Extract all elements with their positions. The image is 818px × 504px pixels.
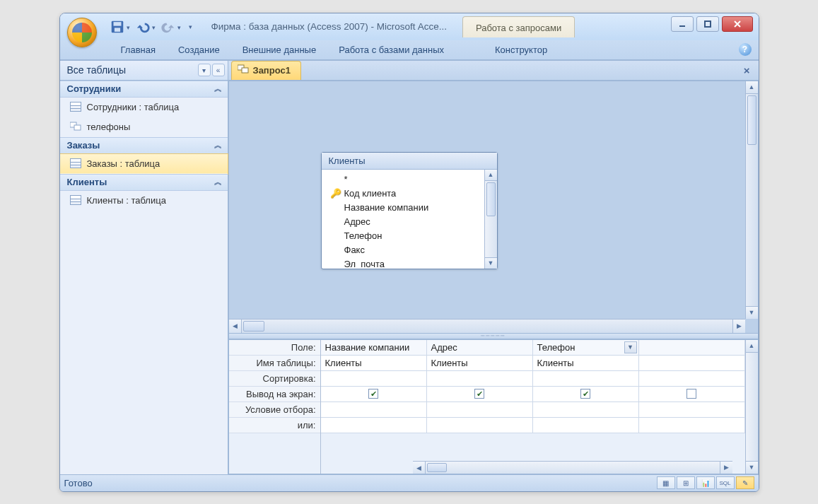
field-item[interactable]: 🔑Код клиента: [332, 187, 484, 201]
nav-item[interactable]: Сотрудники : таблица: [60, 98, 228, 117]
nav-item[interactable]: Заказы : таблица: [60, 154, 228, 174]
nav-group-header[interactable]: Клиенты ︽: [60, 174, 228, 191]
ribbon-tab-external[interactable]: Внешние данные: [233, 41, 327, 59]
help-button[interactable]: ?: [739, 43, 752, 56]
qbe-cell-or[interactable]: [321, 418, 427, 433]
dropdown-button[interactable]: ▼: [624, 341, 637, 353]
scrollbar-horizontal[interactable]: ◀ ▶: [413, 461, 732, 474]
document-tab[interactable]: Запрос1: [231, 61, 301, 80]
view-design-button[interactable]: ✎: [736, 476, 754, 489]
chevron-down-icon[interactable]: ▾: [127, 23, 134, 31]
qbe-cell-criteria[interactable]: [427, 402, 533, 418]
qat-undo-button[interactable]: [135, 19, 151, 35]
nav-item[interactable]: телефоны: [60, 117, 228, 137]
view-sql-button[interactable]: SQL: [716, 476, 735, 489]
scroll-thumb[interactable]: [243, 321, 264, 332]
nav-group-header[interactable]: Заказы ︽: [60, 137, 228, 154]
qat-save-button[interactable]: [110, 19, 125, 35]
qbe-cell-table[interactable]: Клиенты: [533, 356, 639, 371]
chevron-down-icon[interactable]: ▾: [177, 23, 185, 31]
field-item[interactable]: Эл_почта: [332, 257, 484, 269]
scrollbar-vertical[interactable]: ▲ ▼: [745, 81, 758, 319]
minimize-icon: [678, 20, 686, 28]
qbe-cell-field[interactable]: Адрес: [427, 340, 533, 356]
qbe-cell-sort[interactable]: [427, 371, 533, 387]
scrollbar-horizontal[interactable]: ◀ ▶: [229, 319, 745, 333]
qbe-cell-or[interactable]: [427, 418, 533, 433]
scroll-up-icon[interactable]: ▲: [746, 81, 758, 94]
qbe-cell-or[interactable]: [533, 418, 639, 433]
scroll-up-icon[interactable]: ▲: [485, 170, 497, 181]
qbe-cell-show[interactable]: [639, 387, 745, 402]
scroll-down-icon[interactable]: ▼: [485, 257, 497, 269]
document-close-button[interactable]: ×: [741, 64, 753, 76]
scroll-up-icon[interactable]: ▲: [746, 340, 758, 353]
qbe-cell-show[interactable]: ✔: [533, 387, 639, 402]
relationship-canvas[interactable]: Клиенты * 🔑Код клиента Название компании…: [229, 81, 758, 333]
scroll-thumb[interactable]: [486, 182, 496, 216]
field-item[interactable]: Адрес: [332, 215, 484, 229]
ribbon-tab-home[interactable]: Главная: [111, 41, 165, 59]
nav-collapse-button[interactable]: «: [212, 64, 225, 76]
ribbon-tab-design[interactable]: Конструктор: [485, 41, 557, 59]
qbe-cell-table[interactable]: Клиенты: [427, 356, 533, 371]
pane-splitter[interactable]: ┄┄┄┄┄: [229, 333, 758, 339]
qbe-cell-show[interactable]: ✔: [321, 387, 427, 402]
scrollbar-vertical[interactable]: ▲ ▼: [745, 340, 758, 474]
scroll-down-icon[interactable]: ▼: [746, 461, 758, 474]
svg-rect-1: [113, 22, 121, 26]
field-item[interactable]: Факс: [332, 243, 484, 257]
nav-group-header[interactable]: Сотрудники ︽: [60, 81, 228, 98]
scroll-left-icon[interactable]: ◀: [229, 320, 242, 333]
close-icon: [733, 20, 742, 28]
scrollbar-vertical[interactable]: ▲ ▼: [484, 170, 497, 269]
qbe-cell-criteria[interactable]: [533, 402, 639, 418]
scroll-right-icon[interactable]: ▶: [720, 462, 732, 474]
qbe-cell-or[interactable]: [639, 418, 745, 433]
field-item[interactable]: Телефон: [332, 229, 484, 243]
ribbon-tab-create[interactable]: Создание: [168, 41, 230, 59]
minimize-button[interactable]: [671, 16, 694, 32]
qbe-cell-sort[interactable]: [639, 371, 745, 387]
chevron-down-icon[interactable]: ▾: [152, 23, 159, 31]
qbe-cell-field[interactable]: [639, 340, 745, 356]
qbe-cell-table[interactable]: Клиенты: [321, 356, 427, 371]
office-button[interactable]: [67, 18, 97, 47]
scroll-down-icon[interactable]: ▼: [746, 306, 758, 319]
qbe-cell-table[interactable]: [639, 356, 745, 371]
checkbox-checked-icon[interactable]: ✔: [474, 389, 484, 399]
qbe-cell-sort[interactable]: [533, 371, 639, 387]
qbe-cell-field[interactable]: Телефон▼: [533, 340, 639, 356]
checkbox-icon[interactable]: [686, 389, 696, 399]
nav-item[interactable]: Клиенты : таблица: [60, 191, 228, 211]
nav-menu-button[interactable]: ▾: [198, 64, 211, 76]
qbe-cell-criteria[interactable]: [639, 402, 745, 418]
qbe-cell-show[interactable]: ✔: [427, 387, 533, 402]
field-label: Код клиента: [344, 188, 397, 199]
scroll-thumb[interactable]: [427, 463, 447, 472]
field-item[interactable]: *: [332, 172, 484, 187]
qat-redo-button[interactable]: [160, 19, 176, 35]
view-pivottable-button[interactable]: ⊞: [677, 476, 695, 489]
quick-access-toolbar: ▾ ▾ ▾ ▾: [110, 19, 196, 35]
scroll-right-icon[interactable]: ▶: [732, 320, 745, 333]
svg-rect-8: [242, 68, 248, 73]
view-datasheet-button[interactable]: ▦: [657, 476, 675, 489]
close-button[interactable]: [722, 16, 753, 32]
view-pivotchart-button[interactable]: 📊: [696, 476, 715, 489]
checkbox-checked-icon[interactable]: ✔: [580, 389, 590, 399]
qbe-label: Условие отбора:: [229, 402, 320, 418]
field-item[interactable]: Название компании: [332, 201, 484, 215]
qbe-cell-field[interactable]: Название компании: [321, 340, 427, 356]
qbe-cell-criteria[interactable]: [321, 402, 427, 418]
table-field-list[interactable]: Клиенты * 🔑Код клиента Название компании…: [321, 152, 498, 269]
qat-customize-button[interactable]: ▾: [186, 19, 196, 35]
field-label: Факс: [344, 245, 365, 255]
scroll-thumb[interactable]: [747, 95, 756, 145]
scroll-left-icon[interactable]: ◀: [413, 462, 426, 474]
checkbox-checked-icon[interactable]: ✔: [368, 389, 378, 399]
qbe-cell-sort[interactable]: [321, 371, 427, 387]
ribbon-tab-database[interactable]: Работа с базами данных: [329, 41, 454, 59]
nav-pane-header[interactable]: Все таблицы ▾ «: [60, 61, 228, 81]
maximize-button[interactable]: [696, 16, 719, 32]
